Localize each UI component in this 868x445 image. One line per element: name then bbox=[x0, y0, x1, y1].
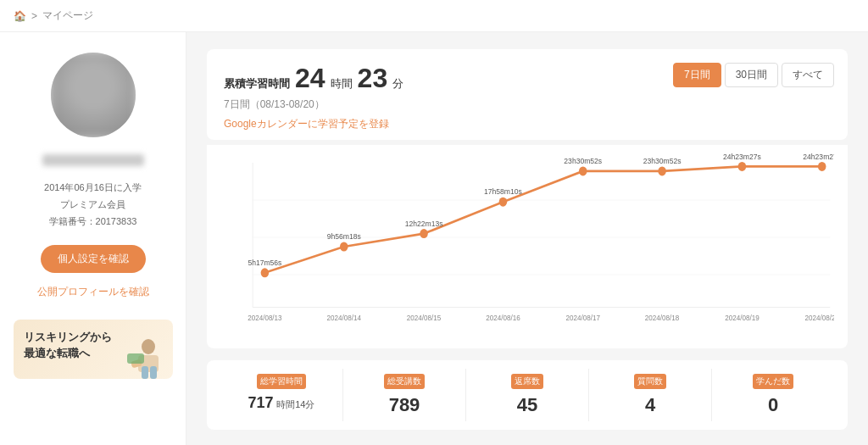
stat-value-questions: 4 bbox=[596, 394, 704, 416]
svg-text:2024/08/15: 2024/08/15 bbox=[407, 313, 442, 322]
period-btn-7days[interactable]: 7日間 bbox=[673, 63, 721, 87]
stat-total-time: 総学習時間 717 時間14分 bbox=[220, 369, 343, 421]
stat-total-courses: 総受講数 789 bbox=[343, 369, 466, 421]
breadcrumb-current: マイページ bbox=[42, 8, 93, 23]
svg-text:5h17m56s: 5h17m56s bbox=[248, 258, 281, 267]
chart-point-4 bbox=[579, 166, 587, 175]
user-info: 2014年06月16日に入学 プレミアム会員 学籍番号：20173833 bbox=[44, 180, 142, 230]
svg-point-0 bbox=[142, 339, 155, 354]
stats-bottom: 総学習時間 717 時間14分 総受講数 789 返席数 45 質問数 4 bbox=[207, 360, 848, 430]
svg-text:9h56m18s: 9h56m18s bbox=[327, 232, 361, 242]
hours-unit: 時間 bbox=[331, 76, 353, 92]
stat-absences: 返席数 45 bbox=[466, 369, 589, 421]
settings-button[interactable]: 個人設定を確認 bbox=[41, 245, 146, 273]
svg-text:23h30m52s: 23h30m52s bbox=[643, 157, 682, 166]
user-name-blurred bbox=[42, 154, 144, 166]
stat-learned: 学んだ数 0 bbox=[712, 369, 834, 421]
svg-text:24h23m27s: 24h23m27s bbox=[803, 153, 834, 161]
breadcrumb-separator: > bbox=[31, 10, 37, 22]
stat-label-learned: 学んだ数 bbox=[753, 374, 793, 389]
join-date: 2014年06月16日に入学 bbox=[44, 180, 142, 197]
stat-label-courses: 総受講数 bbox=[384, 374, 425, 389]
chart-point-2 bbox=[420, 229, 428, 238]
stat-label-total-time: 総学習時間 bbox=[257, 374, 306, 389]
chart-area: 5h17m56s 9h56m18s 12h22m13s 17h58m10s 23… bbox=[207, 145, 848, 348]
public-profile-link[interactable]: 公開プロフィールを確認 bbox=[37, 285, 149, 299]
banner-image bbox=[119, 332, 170, 379]
breadcrumb: 🏠 > マイページ bbox=[0, 0, 868, 32]
home-icon[interactable]: 🏠 bbox=[14, 10, 26, 22]
sidebar: 2014年06月16日に入学 プレミアム会員 学籍番号：20173833 個人設… bbox=[0, 32, 186, 445]
chart-point-0 bbox=[261, 268, 270, 277]
period-buttons: 7日間 30日間 すべて bbox=[673, 63, 834, 87]
membership: プレミアム会員 bbox=[44, 197, 142, 214]
svg-text:17h58m10s: 17h58m10s bbox=[484, 187, 522, 197]
svg-rect-5 bbox=[127, 353, 144, 364]
period-btn-all[interactable]: すべて bbox=[782, 63, 834, 87]
svg-text:2024/08/17: 2024/08/17 bbox=[565, 313, 600, 322]
stats-header: 累積学習時間 24 時間 23 分 7日間（08/13-08/20） Googl… bbox=[207, 49, 848, 140]
main-content: 累積学習時間 24 時間 23 分 7日間（08/13-08/20） Googl… bbox=[186, 32, 868, 445]
hours-number: 24 bbox=[295, 63, 326, 94]
period-btn-30days[interactable]: 30日間 bbox=[725, 63, 778, 87]
chart-point-5 bbox=[658, 166, 666, 175]
stat-questions: 質問数 4 bbox=[589, 369, 712, 421]
svg-text:2024/08/20: 2024/08/20 bbox=[804, 313, 834, 322]
stat-label-questions: 質問数 bbox=[634, 374, 666, 389]
svg-rect-4 bbox=[142, 366, 148, 379]
svg-text:2024/08/18: 2024/08/18 bbox=[645, 313, 680, 322]
svg-text:2024/08/14: 2024/08/14 bbox=[327, 313, 362, 322]
chart-point-6 bbox=[738, 162, 747, 171]
chart-point-3 bbox=[499, 197, 508, 207]
stat-value-courses: 789 bbox=[350, 394, 459, 416]
mins-number: 23 bbox=[358, 63, 388, 94]
main-layout: 2014年06月16日に入学 プレミアム会員 学籍番号：20173833 個人設… bbox=[0, 32, 868, 445]
student-id: 学籍番号：20173833 bbox=[44, 214, 142, 231]
mins-unit: 分 bbox=[392, 76, 403, 92]
period-label: 7日間（08/13-08/20） bbox=[224, 97, 831, 112]
stat-value-absences: 45 bbox=[473, 394, 581, 416]
svg-text:23h30m52s: 23h30m52s bbox=[564, 157, 602, 166]
banner[interactable]: リスキリングから 最適な転職へ bbox=[14, 320, 173, 379]
svg-text:12h22m13s: 12h22m13s bbox=[405, 219, 443, 228]
stat-label-absences: 返席数 bbox=[511, 374, 543, 389]
line-chart: 5h17m56s 9h56m18s 12h22m13s 17h58m10s 23… bbox=[220, 153, 834, 340]
svg-text:24h23m27s: 24h23m27s bbox=[723, 153, 761, 161]
chart-point-1 bbox=[340, 242, 348, 252]
svg-rect-3 bbox=[150, 366, 157, 379]
chart-point-7 bbox=[818, 162, 826, 171]
svg-text:2024/08/13: 2024/08/13 bbox=[248, 313, 282, 322]
cumulative-label: 累積学習時間 bbox=[224, 76, 290, 92]
google-cal-link[interactable]: Googleカレンダーに学習予定を登録 bbox=[224, 117, 389, 131]
svg-text:2024/08/19: 2024/08/19 bbox=[725, 313, 760, 322]
svg-text:2024/08/16: 2024/08/16 bbox=[486, 313, 520, 322]
stat-value-learned: 0 bbox=[719, 394, 827, 416]
stat-value-total-time: 717 時間14分 bbox=[227, 394, 336, 412]
avatar bbox=[51, 53, 136, 137]
